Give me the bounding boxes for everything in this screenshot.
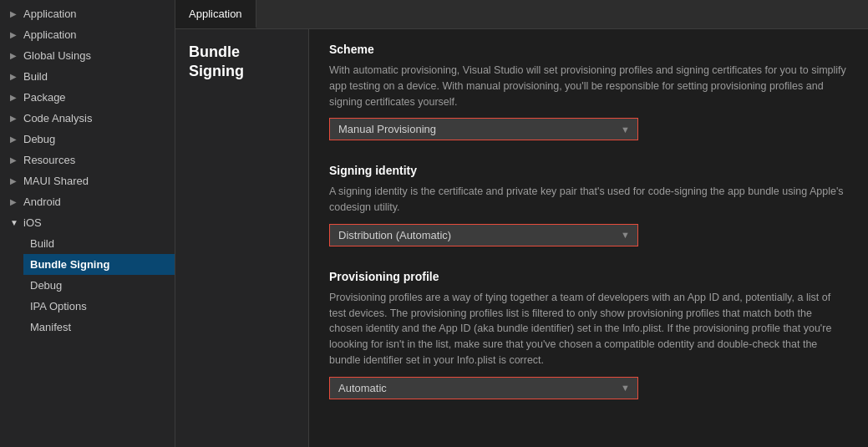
provisioning-profile-description: Provisioning profiles are a way of tying… — [329, 290, 848, 368]
arrow-icon: ▶ — [10, 93, 22, 102]
sidebar-item-label: iOS — [23, 216, 42, 229]
sidebar-item-label: Code Analysis — [23, 112, 92, 124]
sidebar-item-ios-ipa-options[interactable]: IPA Options — [23, 296, 175, 317]
arrow-icon: ▶ — [10, 51, 22, 60]
arrow-icon: ▶ — [10, 135, 22, 144]
signing-identity-heading: Signing identity — [329, 164, 848, 177]
sidebar-item-label: Resources — [23, 154, 75, 166]
provisioning-profile-heading: Provisioning profile — [329, 270, 848, 283]
arrow-icon: ▶ — [10, 155, 22, 165]
sidebar-item-package[interactable]: ▶ Package — [0, 87, 175, 108]
sidebar-item-debug[interactable]: ▶ Debug — [0, 129, 175, 150]
sidebar-item-build[interactable]: ▶ Build — [0, 66, 175, 87]
arrow-icon: ▶ — [10, 72, 22, 81]
sidebar-item-label: Application — [23, 8, 77, 20]
sidebar-item-global-usings[interactable]: ▶ Global Usings — [0, 45, 175, 66]
sidebar-item-ios-manifest[interactable]: Manifest — [23, 317, 175, 338]
tab-bar: Application — [175, 0, 868, 29]
sidebar-item-ios-debug[interactable]: Debug — [23, 275, 175, 296]
arrow-icon: ▶ — [10, 9, 22, 18]
arrow-icon: ▶ — [10, 30, 22, 39]
sidebar-item-ios-bundle-signing[interactable]: Bundle Signing — [23, 254, 175, 275]
arrow-icon: ▶ — [10, 176, 22, 185]
main-area: Application Bundle Signing Scheme With a… — [175, 0, 868, 447]
provisioning-profile-dropdown-wrapper: Automatic Manual ▼ — [329, 377, 638, 399]
signing-identity-section: Signing identity A signing identity is t… — [329, 164, 848, 246]
arrow-icon: ▶ — [10, 114, 22, 123]
sidebar-item-application2[interactable]: ▶ Application — [0, 24, 175, 45]
arrow-icon: ▶ — [10, 197, 22, 206]
sidebar-item-label: Debug — [30, 279, 62, 292]
sidebar-item-label: Build — [23, 70, 48, 83]
sidebar-item-code-analysis[interactable]: ▶ Code Analysis — [0, 108, 175, 129]
sidebar-item-label: IPA Options — [30, 300, 87, 312]
sidebar-item-android[interactable]: ▶ Android — [0, 191, 175, 212]
ios-sub-menu: Build Bundle Signing Debug IPA Options M… — [0, 233, 175, 338]
sidebar-item-maui-shared[interactable]: ▶ MAUI Shared — [0, 170, 175, 191]
scheme-dropdown[interactable]: Manual Provisioning Automatic Provisioni… — [329, 118, 638, 140]
sidebar: ▶ Application ▶ Application ▶ Global Usi… — [0, 0, 175, 447]
settings-panel: Scheme With automatic provisioning, Visu… — [309, 29, 868, 447]
section-title: Bundle Signing — [189, 43, 295, 82]
signing-identity-dropdown-wrapper: Distribution (Automatic) iPhone Develope… — [329, 224, 638, 246]
sidebar-item-label: Manifest — [30, 321, 71, 333]
tab-application[interactable]: Application — [175, 0, 256, 28]
content-area: Bundle Signing Scheme With automatic pro… — [175, 29, 868, 447]
sidebar-item-label: MAUI Shared — [23, 175, 89, 187]
provisioning-profile-section: Provisioning profile Provisioning profil… — [329, 270, 848, 399]
sidebar-item-ios[interactable]: ▼ iOS — [0, 212, 175, 233]
scheme-section: Scheme With automatic provisioning, Visu… — [329, 43, 848, 140]
sidebar-item-label: Global Usings — [23, 49, 91, 62]
sidebar-item-resources[interactable]: ▶ Resources — [0, 150, 175, 170]
sidebar-item-label: Debug — [23, 133, 55, 145]
sidebar-item-label: Android — [23, 196, 61, 208]
scheme-description: With automatic provisioning, Visual Stud… — [329, 63, 848, 109]
scheme-heading: Scheme — [329, 43, 848, 56]
sidebar-item-ios-build[interactable]: Build — [23, 233, 175, 254]
section-title-panel: Bundle Signing — [175, 29, 309, 447]
tab-label: Application — [189, 8, 242, 20]
arrow-expanded-icon: ▼ — [10, 218, 22, 227]
sidebar-item-label: Application — [23, 28, 77, 41]
signing-identity-description: A signing identity is the certificate an… — [329, 184, 848, 216]
scheme-dropdown-wrapper: Manual Provisioning Automatic Provisioni… — [329, 118, 638, 140]
sidebar-item-label: Build — [30, 237, 54, 250]
sidebar-item-application1[interactable]: ▶ Application — [0, 3, 175, 24]
provisioning-profile-dropdown[interactable]: Automatic Manual — [329, 377, 638, 399]
signing-identity-dropdown[interactable]: Distribution (Automatic) iPhone Develope… — [329, 224, 638, 246]
sidebar-item-label: Bundle Signing — [30, 258, 109, 271]
sidebar-item-label: Package — [23, 91, 66, 104]
